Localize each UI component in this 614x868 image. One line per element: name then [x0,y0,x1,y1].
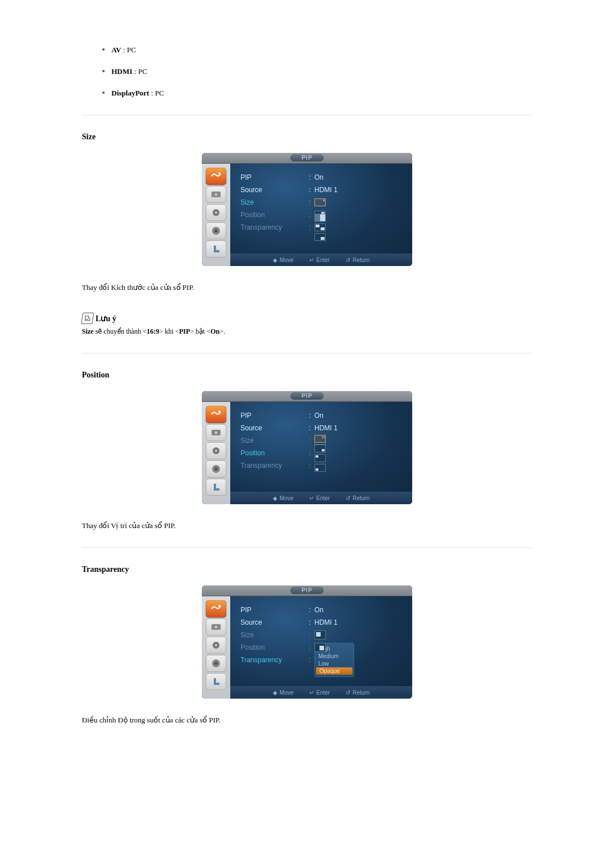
osd-tab-label: PIP [290,392,323,400]
osd-row-transparency[interactable]: Transparency: High Medium Low Opaque [240,654,402,666]
osd-row-size[interactable]: Size : [240,197,402,208]
size-icon [314,630,326,639]
sidebar-gear-icon[interactable] [206,222,226,239]
osd-row-transparency[interactable]: Transparency : [240,222,402,233]
osd-row-source[interactable]: Source:HDMI 1 [240,422,402,434]
divider [82,547,532,548]
sidebar-settings-icon[interactable] [206,204,226,221]
input-item-displayport: DisplayPort : PC [102,89,532,98]
size-option-icon [314,198,326,206]
sidebar-picture-icon[interactable] [206,168,226,185]
input-item-hdmi: HDMI : PC [102,67,532,76]
input-source-list: AV : PC HDMI : PC DisplayPort : PC [102,45,532,98]
note-icon [81,313,94,324]
footer-move: ◆ Move [273,495,293,501]
note-block: Lưu ý Size sẽ chuyển thành <16:9> khi <P… [82,313,532,336]
osd-row-pip[interactable]: PIP:On [240,604,402,616]
svg-point-18 [218,605,221,607]
svg-rect-8 [216,250,219,252]
osd-row-pip[interactable]: PIP:On [240,410,402,421]
divider [82,353,532,354]
osd-row-position[interactable]: Position: [240,447,402,459]
footer-move: ◆ Move [273,690,293,696]
transparency-option-low[interactable]: Low [315,660,354,667]
osd-sidebar [202,596,230,699]
section-title-transparency: Transparency [82,565,532,574]
size-icon-quad [314,223,326,231]
sidebar-source-icon[interactable] [206,186,226,203]
position-description: Thay đổi Vị trí của cửa sổ PIP. [82,521,532,530]
svg-rect-26 [216,683,219,685]
svg-point-4 [215,211,217,214]
sidebar-source-icon[interactable] [206,618,226,636]
svg-rect-20 [215,626,217,628]
sidebar-gear-icon[interactable] [206,655,226,672]
position-bl-icon [314,464,326,472]
osd-sidebar [202,164,230,266]
osd-panel-transparency: PIP PIP:On Source:HDMI 1 Size: Position:… [202,585,412,699]
sidebar-info-icon[interactable] [206,479,226,496]
svg-point-9 [218,410,221,413]
sidebar-settings-icon[interactable] [206,637,226,654]
svg-rect-16 [214,484,216,491]
sidebar-picture-icon[interactable] [206,600,226,617]
footer-return: ↺ Return [346,690,370,696]
footer-enter: ↵ Enter [309,495,330,501]
footer-move: ◆ Move [273,257,293,263]
section-title-size: Size [82,132,532,142]
svg-point-22 [215,644,217,646]
sidebar-gear-icon[interactable] [206,460,226,477]
osd-tab-label: PIP [290,154,323,161]
svg-point-15 [214,467,218,471]
size-icon-half [314,214,326,222]
osd-row-source[interactable]: Source:HDMI 1 [240,617,402,628]
svg-point-0 [218,172,221,175]
input-item-av: AV : PC [102,45,532,55]
osd-panel-position: PIP PIP:On Source:HDMI 1 Size: Position: [202,391,412,504]
position-tl-icon [314,454,326,462]
footer-enter: ↵ Enter [309,690,330,696]
divider [82,115,532,115]
position-br-icon [314,445,326,452]
note-text: Size sẽ chuyển thành <16:9> khi <PIP> bậ… [82,327,532,336]
osd-row-size[interactable]: Size: [240,629,402,641]
transparency-option-opaque[interactable]: Opaque [316,667,352,675]
svg-rect-7 [214,246,216,252]
svg-point-24 [214,662,218,665]
svg-point-6 [214,229,218,232]
note-title: Lưu ý [96,314,117,323]
size-description: Thay đổi Kích thước của cửa sổ PIP. [82,283,532,292]
sidebar-source-icon[interactable] [206,424,226,441]
svg-rect-2 [215,193,217,196]
svg-rect-11 [215,431,217,434]
section-title-position: Position [82,371,532,380]
size-icon-corner [314,233,326,241]
osd-tab-label: PIP [290,587,323,594]
svg-rect-25 [214,678,216,685]
osd-sidebar [202,402,230,504]
position-icon [314,643,326,652]
position-tr-icon [314,435,326,443]
osd-row-source[interactable]: Source : HDMI 1 [240,184,402,196]
osd-footer: ◆ Move ↵ Enter ↺ Return [230,254,412,266]
footer-return: ↺ Return [346,495,370,501]
osd-panel-size: PIP [202,153,412,266]
sidebar-picture-icon[interactable] [206,406,226,423]
transparency-option-medium[interactable]: Medium [315,653,354,660]
sidebar-info-icon[interactable] [206,240,226,258]
transparency-description: Điều chỉnh Độ trong suốt của các cửa sổ … [82,716,532,725]
osd-footer: ◆ Move ↵ Enter ↺ Return [230,492,412,504]
footer-enter: ↵ Enter [309,257,330,263]
osd-footer: ◆ Move ↵ Enter ↺ Return [230,686,412,699]
osd-row-pip[interactable]: PIP : On [240,172,402,183]
svg-point-13 [215,450,217,452]
sidebar-settings-icon[interactable] [206,442,226,459]
svg-rect-17 [216,488,219,491]
sidebar-info-icon[interactable] [206,673,226,690]
footer-return: ↺ Return [346,257,370,263]
